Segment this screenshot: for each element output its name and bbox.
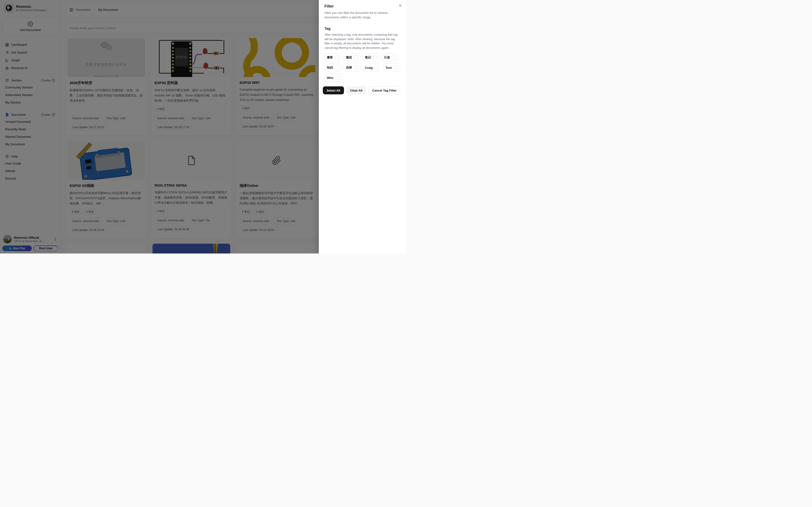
cancel-tag-filter-button[interactable]: Cancel Tag Filter — [368, 87, 400, 94]
tag-filter-chip[interactable]: 自律 — [344, 64, 360, 72]
checkbox[interactable] — [373, 56, 377, 60]
tag-filter-chip[interactable]: 笔记 — [362, 54, 379, 61]
tag-filter-chip[interactable]: Test — [383, 64, 400, 72]
modal-dim-overlay[interactable] — [0, 0, 319, 253]
tag-section-heading: Tag — [324, 26, 400, 31]
checkbox[interactable] — [375, 66, 379, 70]
filter-actions: Select All Clear All Cancel Tag Filter — [324, 87, 400, 94]
filter-panel: Filter Here you can filter the document … — [319, 0, 406, 253]
checkbox[interactable] — [354, 56, 358, 60]
tag-filter-chip[interactable]: 测试 — [344, 54, 360, 61]
tag-filter-chip[interactable]: 播客 — [324, 54, 341, 61]
checkbox[interactable] — [336, 76, 340, 80]
filter-description: Here you can filter the document list to… — [324, 10, 400, 19]
tag-filter-chip[interactable]: Craig — [362, 64, 381, 72]
tag-section-description: After selecting a tag, only documents co… — [324, 33, 400, 50]
tag-filter-chip[interactable]: 只是 — [382, 54, 399, 61]
checkbox[interactable] — [354, 66, 358, 70]
tag-filter-chip[interactable]: 知识 — [324, 64, 341, 72]
tag-filter-list: 播客 测试 笔记 只是 知识 自律 Craig Test Who — [324, 54, 400, 82]
select-all-button[interactable]: Select All — [323, 87, 344, 94]
clear-all-button[interactable]: Clear All — [346, 87, 366, 94]
filter-title: Filter — [324, 4, 400, 8]
checkbox[interactable] — [392, 56, 396, 60]
close-icon — [399, 4, 402, 7]
checkbox[interactable] — [335, 66, 339, 70]
checkbox[interactable] — [394, 66, 398, 70]
checkbox[interactable] — [335, 56, 339, 60]
close-button[interactable] — [398, 3, 403, 8]
tag-filter-chip[interactable]: Who — [324, 74, 342, 82]
